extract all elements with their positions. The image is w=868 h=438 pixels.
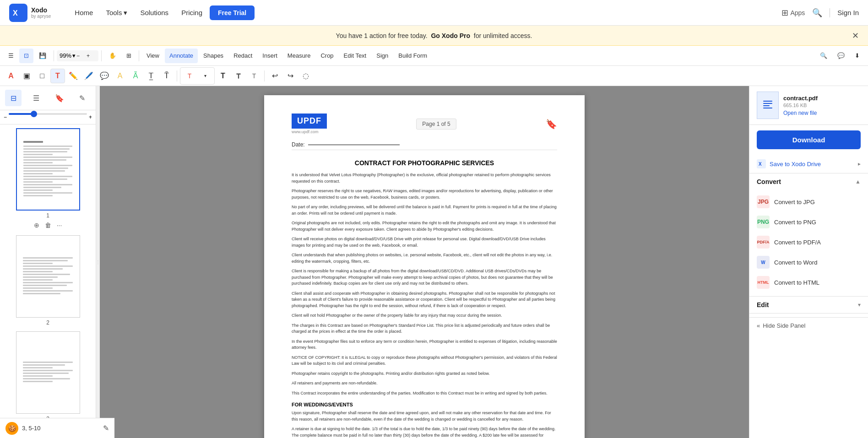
underline-button[interactable]: T̲ bbox=[144, 69, 158, 83]
thumbnail-item[interactable]: 3 bbox=[4, 331, 92, 422]
toolbar-separator bbox=[101, 50, 102, 61]
pdf-logo-url: www.updf.com bbox=[292, 130, 319, 134]
download-toolbar-button[interactable]: ⬇ bbox=[850, 49, 864, 63]
thumbnail-item[interactable]: 1 ⊕ 🗑 ··· bbox=[4, 128, 92, 230]
thumbnail-item[interactable]: 2 bbox=[4, 235, 92, 326]
nav-solutions[interactable]: Solutions bbox=[135, 6, 174, 19]
sidebar-thumbnails-button[interactable]: ⊟ bbox=[5, 90, 22, 106]
pencil-button[interactable]: ✏️ bbox=[66, 69, 81, 83]
pdf-paragraphs: It is understood that Velvet Lotus Photo… bbox=[292, 172, 557, 396]
convert-to-word[interactable]: W Convert to Word bbox=[749, 252, 868, 272]
zoom-in-button[interactable]: + bbox=[87, 51, 96, 60]
sign-in-button[interactable]: Sign In bbox=[837, 9, 859, 16]
html-icon: HTML bbox=[757, 276, 770, 289]
convert-to-jpg[interactable]: JPG Convert to JPG bbox=[749, 192, 868, 212]
text-type-button[interactable]: T bbox=[182, 69, 197, 83]
pdf-page-nav[interactable]: Page 1 of 5 bbox=[416, 119, 456, 130]
download-button[interactable]: Download bbox=[757, 130, 861, 149]
comment-button[interactable]: 💬 bbox=[833, 49, 849, 63]
apps-icon: ⊞ bbox=[781, 8, 788, 18]
open-new-file-link[interactable]: Open new file bbox=[783, 110, 861, 116]
search-toolbar-button[interactable]: 🔍 bbox=[815, 49, 832, 63]
nav-pricing[interactable]: Pricing bbox=[176, 6, 208, 19]
select-tool-button[interactable]: ⊞ bbox=[122, 49, 136, 63]
shapes-button[interactable]: Shapes bbox=[199, 49, 228, 63]
pdf-bookmark-icon[interactable]: 🔖 bbox=[546, 119, 557, 130]
convert-to-html[interactable]: HTML Convert to HTML bbox=[749, 272, 868, 292]
annotate-button[interactable]: Annotate bbox=[165, 49, 198, 63]
svg-text:X: X bbox=[13, 9, 18, 17]
measure-button[interactable]: Measure bbox=[283, 49, 315, 63]
build-form-button[interactable]: Build Form bbox=[394, 49, 432, 63]
undo-button[interactable]: ↩ bbox=[267, 69, 282, 83]
nav-links: Home Tools ▾ Solutions Pricing Free Tria… bbox=[69, 5, 770, 20]
highlight-text-button[interactable]: A bbox=[113, 69, 127, 83]
text-squiggle-button[interactable]: T̃ bbox=[159, 69, 174, 83]
save-xodo-expand-icon[interactable]: ▸ bbox=[858, 161, 861, 167]
sidebar-list-button[interactable]: ☰ bbox=[28, 90, 44, 106]
edit-section-header[interactable]: Edit ▾ bbox=[749, 297, 868, 313]
top-navigation: X Xodo by apryse Home Tools ▾ Solutions … bbox=[0, 0, 868, 26]
edit-expand-icon[interactable]: ▾ bbox=[858, 302, 861, 308]
file-info-section: contract.pdf 665.16 KB Open new file bbox=[749, 86, 868, 125]
sidebar-markup-button[interactable]: ✎ bbox=[74, 90, 91, 106]
text-dropdown-button[interactable]: ▾ bbox=[198, 69, 212, 83]
redo-button[interactable]: ↪ bbox=[283, 69, 298, 83]
marker-button[interactable]: 🖊️ bbox=[81, 69, 96, 83]
convert-collapse-icon[interactable]: ▲ bbox=[855, 178, 861, 185]
bottom-edit-icon[interactable]: ✎ bbox=[103, 424, 109, 433]
text-bold-button[interactable]: T bbox=[216, 69, 230, 83]
text-outlined-button[interactable]: T bbox=[231, 69, 246, 83]
thumbnail-image[interactable] bbox=[16, 331, 80, 414]
thumbnail-more-button[interactable]: ··· bbox=[55, 221, 64, 230]
shape-rect-button[interactable]: □ bbox=[35, 69, 49, 83]
cookie-icon[interactable]: 🍪 bbox=[5, 422, 18, 435]
crop-button[interactable]: Crop bbox=[316, 49, 338, 63]
free-trial-button[interactable]: Free Trial bbox=[210, 5, 255, 20]
hand-tool-button[interactable]: ✋ bbox=[104, 49, 121, 63]
hamburger-button[interactable]: ☰ bbox=[4, 49, 18, 63]
zoom-slider[interactable] bbox=[9, 113, 87, 115]
zoom-slider-track[interactable] bbox=[9, 113, 87, 121]
edit-text-button[interactable]: Edit Text bbox=[339, 49, 371, 63]
thumbnail-image[interactable] bbox=[16, 235, 80, 318]
zoom-out-button[interactable]: − bbox=[76, 51, 86, 60]
text-shadow-button[interactable]: T bbox=[247, 69, 261, 83]
banner-close-button[interactable]: ✕ bbox=[852, 31, 859, 41]
sidebar-resize-handle[interactable]: ⋮ bbox=[96, 86, 100, 438]
search-icon[interactable]: 🔍 bbox=[812, 8, 822, 18]
zoom-plus-icon[interactable]: + bbox=[89, 114, 92, 120]
pdf-logo: UPDF bbox=[292, 114, 327, 129]
text-tool-button[interactable]: T bbox=[50, 69, 65, 83]
save-button[interactable]: 💾 bbox=[34, 49, 51, 63]
thumbnail-image[interactable] bbox=[16, 128, 80, 211]
hide-side-panel-button[interactable]: « Hide Side Panel bbox=[749, 317, 868, 334]
svg-text:X: X bbox=[759, 162, 762, 167]
redact-button[interactable]: Redact bbox=[229, 49, 257, 63]
file-thumbnail bbox=[757, 92, 779, 119]
convert-to-png[interactable]: PNG Convert to PNG bbox=[749, 212, 868, 232]
strikethrough-button[interactable]: Ã bbox=[128, 69, 143, 83]
logo[interactable]: X Xodo by apryse bbox=[9, 4, 51, 22]
eraser-button[interactable]: ◌ bbox=[298, 69, 313, 83]
view-button[interactable]: View bbox=[142, 49, 164, 63]
nav-home[interactable]: Home bbox=[69, 6, 98, 19]
zoom-slider-thumb[interactable] bbox=[31, 111, 37, 117]
convert-section-header[interactable]: Convert ▲ bbox=[749, 173, 868, 190]
thumbnail-add-button[interactable]: ⊕ bbox=[32, 221, 41, 230]
insert-button[interactable]: Insert bbox=[258, 49, 282, 63]
sidebar-toggle-button[interactable]: ⊡ bbox=[19, 49, 33, 63]
nav-tools[interactable]: Tools ▾ bbox=[100, 6, 133, 20]
sign-button[interactable]: Sign bbox=[372, 49, 393, 63]
pdf-viewer[interactable]: UPDF www.updf.com Page 1 of 5 🔖 Date: CO… bbox=[100, 86, 749, 438]
text-color-button[interactable]: A bbox=[4, 69, 18, 83]
save-xodo-button[interactable]: X Save to Xodo Drive bbox=[757, 159, 858, 168]
zoom-minus-icon[interactable]: − bbox=[4, 114, 7, 120]
comment-add-button[interactable]: 💬 bbox=[97, 69, 112, 83]
sidebar-bookmark-button[interactable]: 🔖 bbox=[51, 90, 68, 106]
apps-icon-area[interactable]: ⊞ Apps bbox=[781, 8, 805, 18]
thumbnail-delete-button[interactable]: 🗑 bbox=[43, 221, 53, 230]
word-icon: W bbox=[757, 256, 770, 269]
convert-to-pdfa[interactable]: PDF/A Convert to PDF/A bbox=[749, 232, 868, 252]
highlight-color-button[interactable]: ▣ bbox=[19, 69, 34, 83]
